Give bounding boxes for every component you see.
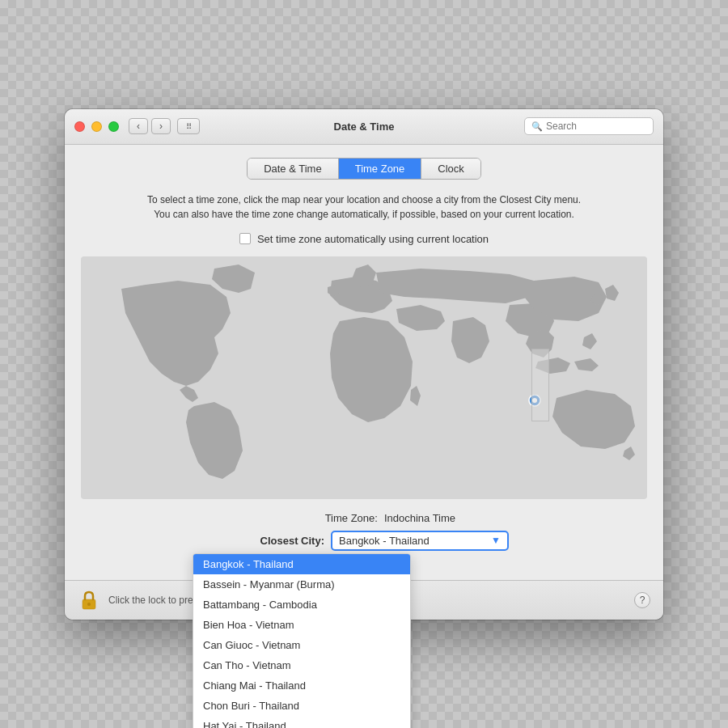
svg-point-3 [87,603,91,606]
timezone-row: Time Zone: Indochina Time [81,512,647,524]
main-content: Date & Time Time Zone Clock To select a … [65,145,663,574]
description: To select a time zone, click the map nea… [81,193,647,222]
timezone-indicator [531,349,549,421]
dropdown-item-battambang[interactable]: Battambang - Cambodia [193,595,410,615]
help-icon: ? [640,595,645,606]
dropdown-item-chon-buri[interactable]: Chon Buri - Thailand [193,696,410,716]
closest-city-label: Closest City: [219,535,324,547]
search-box[interactable]: 🔍 [524,117,654,135]
settings-window: ‹ › ⠿ Date & Time 🔍 Date & Time Time Zon… [65,109,663,620]
world-map-container[interactable] [81,256,647,499]
titlebar: ‹ › ⠿ Date & Time 🔍 [65,109,663,145]
timezone-label: Time Zone: [273,512,378,524]
city-dropdown-value: Bangkok - Thailand [339,535,430,547]
search-input[interactable] [546,121,646,132]
grid-icon: ⠿ [186,122,192,131]
dropdown-arrow-icon: ▼ [491,535,501,546]
timezone-value: Indochina Time [384,512,455,524]
minimize-button[interactable] [91,121,102,132]
dropdown-item-chiang-mai[interactable]: Chiang Mai - Thailand [193,675,410,696]
window-title: Date & Time [334,121,395,133]
closest-city-container: Closest City: Bangkok - Thailand ▼ Bangk… [81,531,647,551]
auto-location-row: Set time zone automatically using curren… [81,233,647,245]
dropdown-item-bangkok[interactable]: Bangkok - Thailand [193,554,410,574]
lock-icon[interactable] [78,589,100,612]
auto-location-checkbox[interactable] [239,233,251,244]
help-button[interactable]: ? [634,592,650,608]
close-button[interactable] [74,121,85,132]
tab-group: Date & Time Time Zone Clock [247,158,481,180]
tab-time-zone[interactable]: Time Zone [339,159,422,179]
closest-city-row: Closest City: Bangkok - Thailand ▼ [219,531,509,551]
dropdown-item-hat-yai[interactable]: Hat Yai - Thailand [193,716,410,729]
nav-buttons: ‹ › [129,118,171,134]
forward-button[interactable]: › [151,118,171,134]
tabs-container: Date & Time Time Zone Clock [81,158,647,180]
dropdown-item-can-giuoc[interactable]: Can Giuoc - Vietnam [193,635,410,655]
back-icon: ‹ [137,121,140,132]
back-button[interactable]: ‹ [129,118,148,134]
grid-button[interactable]: ⠿ [177,118,200,134]
tab-clock[interactable]: Clock [421,159,480,179]
auto-location-label: Set time zone automatically using curren… [257,233,489,245]
closest-city-dropdown[interactable]: Bangkok - Thailand ▼ [331,531,509,551]
tab-date-time[interactable]: Date & Time [248,159,339,179]
maximize-button[interactable] [108,121,119,132]
dropdown-item-bassein[interactable]: Bassein - Myanmar (Burma) [193,574,410,595]
traffic-lights [74,121,119,132]
search-icon: 🔍 [531,121,543,132]
dropdown-item-can-tho[interactable]: Can Tho - Vietnam [193,655,410,675]
dropdown-menu: Bangkok - Thailand Bassein - Myanmar (Bu… [193,553,411,729]
dropdown-item-bien-hoa[interactable]: Bien Hoa - Vietnam [193,615,410,635]
forward-icon: › [159,121,163,132]
